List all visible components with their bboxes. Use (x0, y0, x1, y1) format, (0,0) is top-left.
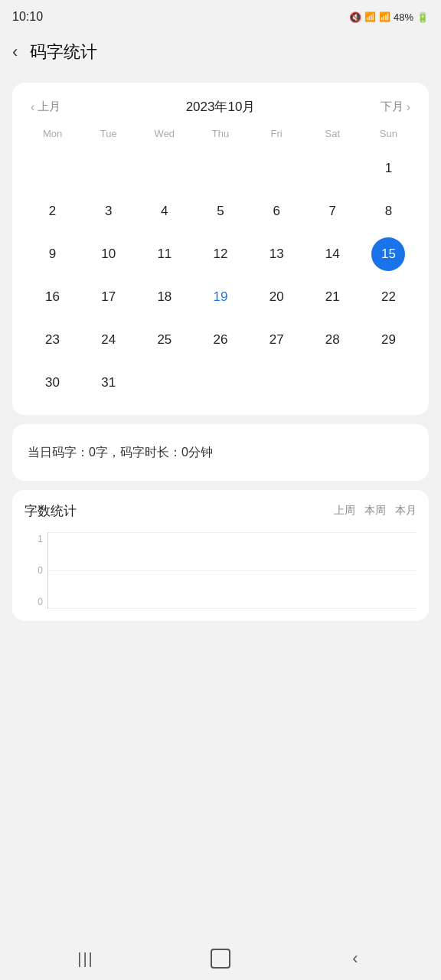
wifi-icon: 📶 (364, 11, 376, 22)
prev-arrow-icon: ‹ (31, 100, 34, 114)
status-time: 10:10 (12, 10, 43, 24)
cal-day-19[interactable]: 19 (192, 277, 248, 317)
calendar-card: ‹ 上月 2023年10月 下月 › Mon Tue Wed Thu Fri S… (12, 83, 429, 415)
cal-day-13[interactable]: 13 (249, 234, 305, 274)
cal-day-23[interactable]: 23 (24, 320, 80, 360)
cal-day-5[interactable]: 5 (192, 191, 248, 231)
calendar-header: ‹ 上月 2023年10月 下月 › (24, 95, 416, 125)
word-stats-title: 字数统计 (24, 502, 77, 520)
cal-day-empty-11 (361, 363, 416, 403)
recent-apps-button[interactable]: ||| (67, 940, 104, 977)
recent-apps-icon: ||| (77, 950, 94, 968)
chart-y-label-2: 0 (38, 565, 43, 576)
weekday-fri: Fri (249, 125, 305, 145)
cal-day-4[interactable]: 4 (136, 191, 192, 231)
status-icons: 🔇 📶 📶 48% 🔋 (349, 11, 429, 23)
home-icon (211, 949, 230, 969)
cal-day-22[interactable]: 22 (361, 277, 416, 317)
cal-day-24[interactable]: 24 (80, 320, 136, 360)
weekday-sat: Sat (305, 125, 361, 145)
back-button[interactable]: ‹ (12, 44, 18, 60)
calendar-weekdays: Mon Tue Wed Thu Fri Sat Sun (24, 125, 416, 145)
calendar-days: 1 2 3 4 5 6 7 8 9 10 11 12 13 14 15 16 1… (24, 149, 416, 403)
next-month-button[interactable]: 下月 › (381, 100, 410, 114)
word-stats-tabs: 上周 本周 本月 (334, 504, 416, 518)
cal-day-9[interactable]: 9 (24, 234, 80, 274)
cal-day-15[interactable]: 15 (371, 237, 405, 271)
daily-stats-card: 当日码字：0字，码字时长：0分钟 (12, 424, 429, 481)
cal-day-11[interactable]: 11 (136, 234, 192, 274)
cal-day-26[interactable]: 26 (192, 320, 248, 360)
tab-this-week[interactable]: 本周 (364, 504, 386, 518)
nav-bar: ||| ‹ (0, 937, 441, 980)
tab-last-week[interactable]: 上周 (334, 504, 355, 518)
cal-day-28[interactable]: 28 (305, 320, 361, 360)
cal-day-empty-2 (80, 149, 136, 188)
cal-day-2[interactable]: 2 (24, 191, 80, 231)
mute-icon: 🔇 (349, 11, 361, 23)
cal-day-29[interactable]: 29 (361, 320, 416, 360)
weekday-wed: Wed (136, 125, 192, 145)
cal-day-3[interactable]: 3 (80, 191, 136, 231)
cal-day-17[interactable]: 17 (80, 277, 136, 317)
daily-stats-text: 当日码字：0字，码字时长：0分钟 (24, 436, 416, 469)
cal-day-empty-3 (136, 149, 192, 188)
calendar-month-title: 2023年10月 (186, 98, 256, 116)
cal-day-25[interactable]: 25 (136, 320, 192, 360)
cal-day-20[interactable]: 20 (249, 277, 305, 317)
weekday-tue: Tue (80, 125, 136, 145)
cal-day-empty-1 (24, 149, 80, 188)
chart-y-label-1: 1 (38, 534, 43, 544)
weekday-thu: Thu (192, 125, 248, 145)
cal-day-27[interactable]: 27 (249, 320, 305, 360)
cal-day-18[interactable]: 18 (136, 277, 192, 317)
cal-day-10[interactable]: 10 (80, 234, 136, 274)
battery-label: 48% (394, 11, 413, 23)
cal-day-30[interactable]: 30 (24, 363, 80, 403)
word-stats-card: 字数统计 上周 本周 本月 1 0 0 (12, 490, 429, 621)
cal-day-1[interactable]: 1 (361, 149, 416, 188)
back-nav-icon: ‹ (352, 949, 358, 969)
page-title: 码字统计 (30, 41, 97, 64)
battery-icon: 🔋 (416, 11, 429, 23)
tab-this-month[interactable]: 本月 (395, 504, 416, 518)
word-stats-chart: 1 0 0 (24, 532, 416, 609)
weekday-mon: Mon (24, 125, 80, 145)
back-nav-button[interactable]: ‹ (337, 940, 374, 977)
cal-day-empty-6 (305, 149, 361, 188)
weekday-sun: Sun (361, 125, 416, 145)
cal-day-7[interactable]: 7 (305, 191, 361, 231)
cal-day-empty-7 (136, 363, 192, 403)
chart-y-label-3: 0 (38, 596, 43, 607)
signal-icon: 📶 (379, 11, 390, 22)
cal-day-empty-8 (192, 363, 248, 403)
cal-day-6[interactable]: 6 (249, 191, 305, 231)
status-bar: 10:10 🔇 📶 📶 48% 🔋 (0, 0, 441, 31)
home-button[interactable] (202, 940, 239, 977)
cal-day-empty-10 (305, 363, 361, 403)
next-arrow-icon: › (407, 100, 410, 114)
cal-day-empty-9 (249, 363, 305, 403)
word-stats-header: 字数统计 上周 本周 本月 (24, 502, 416, 520)
cal-day-21[interactable]: 21 (305, 277, 361, 317)
cal-day-14[interactable]: 14 (305, 234, 361, 274)
cal-day-31[interactable]: 31 (80, 363, 136, 403)
next-month-label: 下月 (381, 100, 403, 114)
cal-day-12[interactable]: 12 (192, 234, 248, 274)
top-bar: ‹ 码字统计 (0, 31, 441, 74)
prev-month-button[interactable]: ‹ 上月 (31, 100, 60, 114)
cal-day-empty-4 (192, 149, 248, 188)
cal-day-empty-5 (249, 149, 305, 188)
cal-day-16[interactable]: 16 (24, 277, 80, 317)
prev-month-label: 上月 (38, 100, 60, 114)
cal-day-8[interactable]: 8 (361, 191, 416, 231)
